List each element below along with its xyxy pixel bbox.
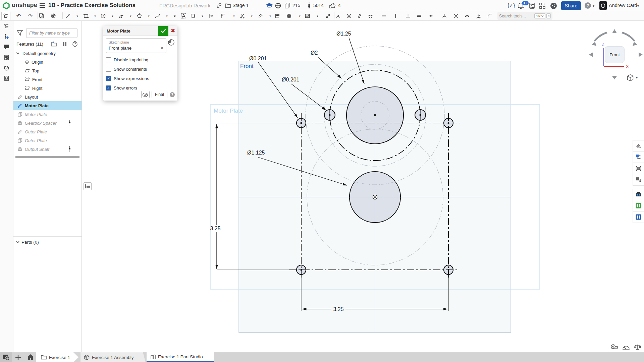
view-mode-cube-icon[interactable] — [627, 74, 634, 83]
section-view-icon[interactable] — [633, 163, 644, 174]
line-tool-icon[interactable] — [63, 12, 72, 20]
dialog-accept-button[interactable] — [158, 26, 168, 36]
trim-tool-icon[interactable] — [238, 12, 247, 20]
sketch-canvas[interactable]: Front Motor Plate — [0, 0, 644, 362]
transform-tool-icon[interactable] — [323, 12, 332, 20]
home-button[interactable] — [26, 353, 35, 361]
new-folder-icon[interactable] — [51, 42, 57, 47]
main-menu-icon[interactable] — [40, 3, 45, 8]
spline-tool-icon[interactable] — [153, 12, 162, 20]
feature-outer-plate-9[interactable]: Outer Plate — [13, 127, 82, 136]
filter-icon[interactable] — [17, 30, 23, 37]
search-tools-box[interactable]: Search tools... alt/⌥ c — [497, 12, 552, 20]
point-tool-icon[interactable] — [170, 12, 179, 20]
use-project-tool-icon[interactable] — [189, 12, 198, 20]
rectangle-tool-caret[interactable]: ▾ — [93, 12, 97, 20]
tape-measure-icon[interactable] — [610, 344, 618, 351]
views-icon[interactable] — [308, 2, 310, 9]
fillet-tool-icon[interactable] — [219, 12, 228, 20]
dimension-tool-icon[interactable] — [207, 12, 216, 20]
feature-default-geometry-0[interactable]: Default geometry — [13, 49, 82, 58]
tasks-icon[interactable] — [529, 3, 535, 9]
chamfer-constraint-icon[interactable] — [485, 12, 494, 20]
tab-exercise-1-part-studio[interactable]: Exercise 1 Part Studio — [147, 352, 214, 362]
insert-image-tool-icon[interactable] — [303, 12, 312, 20]
perpendicular-constraint-icon[interactable] — [404, 12, 413, 20]
dim-shaft[interactable]: Ø1.125 — [247, 150, 265, 156]
mass-properties-icon[interactable] — [634, 344, 641, 351]
appearance-icon[interactable] — [633, 140, 644, 152]
tangent-constraint-icon[interactable] — [366, 12, 375, 20]
document-title[interactable]: 1B - Practice Exercise Solutions — [48, 2, 136, 9]
concentric-constraint-icon[interactable] — [344, 12, 354, 20]
copy-paste-sketch-icon[interactable] — [37, 12, 46, 20]
fix-constraint-icon[interactable] — [474, 12, 483, 20]
sketch-tool-icon[interactable] — [1, 12, 10, 20]
breadcrumb-folder[interactable]: Stage 1 — [232, 3, 249, 8]
comment-icon[interactable] — [2, 42, 11, 52]
feature-motor-plate-7[interactable]: Motor Plate — [13, 110, 82, 119]
view-cube-front-face[interactable]: Front — [605, 46, 625, 63]
feature-right-4[interactable]: Right — [13, 84, 82, 93]
checkbox-checked-icon[interactable]: ✓ — [106, 85, 111, 90]
checkbox-row-show-constraints[interactable]: Show constraints — [106, 67, 175, 72]
dialog-sketch-icon-button[interactable] — [141, 91, 150, 98]
rectangle-tool-icon[interactable] — [82, 12, 91, 20]
offset-tool-caret[interactable]: ▾ — [268, 12, 272, 20]
insert-icon[interactable] — [2, 32, 11, 42]
share-button[interactable]: Share — [561, 1, 581, 10]
feature-script-icon[interactable]: {✓} — [507, 2, 515, 8]
parts-section-header[interactable]: Parts (0) — [13, 237, 82, 247]
text-tool-icon[interactable] — [179, 12, 188, 20]
chevron-down-icon[interactable] — [15, 51, 20, 56]
dim-corner-hole[interactable]: Ø0.201 — [249, 56, 267, 61]
public-icon[interactable] — [275, 3, 281, 9]
feature-front-3[interactable]: Front — [13, 75, 82, 84]
blue-book-icon[interactable] — [633, 212, 644, 223]
checkbox-row-show-expressions[interactable]: ✓Show expressions — [106, 76, 175, 81]
arc-tool-caret[interactable]: ▾ — [128, 12, 133, 20]
spline-tool-caret[interactable]: ▾ — [165, 12, 169, 20]
polygon-tool-caret[interactable]: ▾ — [147, 12, 151, 20]
protractor-icon[interactable] — [622, 344, 630, 351]
dim-bore[interactable]: Ø1.25 — [336, 31, 351, 37]
folder-icon[interactable] — [225, 3, 231, 8]
view-mode-caret-icon[interactable]: ▾ — [636, 76, 638, 79]
brand-name[interactable]: onshape — [12, 2, 37, 9]
new-tab-button[interactable] — [14, 353, 22, 361]
linear-pattern-tool-icon[interactable] — [284, 12, 293, 20]
symmetric-constraint-icon[interactable] — [451, 12, 461, 20]
rollback-bar[interactable] — [15, 156, 79, 158]
checkbox-checked-icon[interactable]: ✓ — [106, 76, 111, 81]
trim-tool-caret[interactable]: ▾ — [250, 12, 254, 20]
tab-exercise-1-assembly[interactable]: Exercise 1 Assembly — [80, 352, 146, 362]
curve-pattern-constraint-icon[interactable] — [463, 12, 472, 20]
learning-icon[interactable] — [266, 3, 273, 8]
linear-pattern-tool-caret[interactable]: ▾ — [298, 12, 302, 20]
apps-icon[interactable] — [539, 3, 545, 9]
coincident-constraint-icon[interactable] — [334, 12, 343, 20]
normal-constraint-icon[interactable] — [440, 12, 449, 20]
green-book-icon[interactable] — [633, 200, 644, 212]
dialog-close-button[interactable]: ✖ — [168, 26, 177, 36]
checklist-icon[interactable] — [2, 73, 11, 83]
help-caret-icon[interactable]: ▾ — [593, 4, 594, 8]
tab-manager-button[interactable] — [0, 352, 12, 362]
callout-icon[interactable] — [633, 174, 644, 186]
dialog-final-button[interactable]: Final — [152, 91, 167, 98]
use-project-tool-caret[interactable]: ▾ — [200, 12, 205, 20]
link-icon[interactable] — [216, 3, 222, 8]
timer-icon[interactable] — [2, 63, 11, 73]
insert-image-tool-caret[interactable]: ▾ — [315, 12, 320, 20]
feature-top-2[interactable]: Top — [13, 66, 82, 75]
featurescript-robot-icon[interactable] — [633, 189, 644, 200]
polygon-tool-icon[interactable] — [135, 12, 144, 20]
redo-button-icon[interactable]: ↷ — [26, 12, 35, 20]
checkbox-row-disable-imprinting[interactable]: Disable imprinting — [106, 57, 175, 62]
equal-constraint-icon[interactable] — [415, 12, 424, 20]
feature-output-shaft-11[interactable]: Output Shaft — [13, 145, 82, 154]
midpoint-constraint-icon[interactable] — [426, 12, 435, 20]
history-icon[interactable] — [168, 39, 175, 53]
user-caret-icon[interactable]: ▾ — [637, 4, 639, 8]
panel-toggle-button[interactable] — [84, 182, 92, 190]
